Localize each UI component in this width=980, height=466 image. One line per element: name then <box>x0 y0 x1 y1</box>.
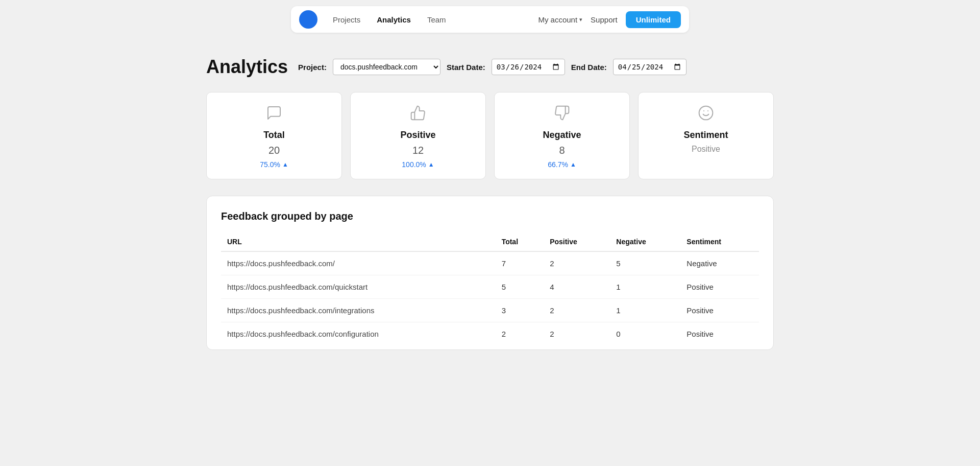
up-arrow-icon: ▲ <box>282 161 288 168</box>
nav-team[interactable]: Team <box>420 12 453 27</box>
table-cell-url: https://docs.pushfeedback.com/ <box>221 251 496 275</box>
negative-value: 8 <box>559 145 565 156</box>
thumbs-up-icon <box>410 105 426 124</box>
nav-right: My account ▾ Support Unlimited <box>538 11 681 28</box>
sentiment-value: Positive <box>692 145 720 154</box>
table-cell-positive: 2 <box>544 251 610 275</box>
table-cell-url: https://docs.pushfeedback.com/configurat… <box>221 322 496 346</box>
table-row: https://docs.pushfeedback.com/configurat… <box>221 322 759 346</box>
positive-change: 100.0% ▲ <box>402 160 434 169</box>
stat-card-sentiment: Sentiment Positive <box>638 92 774 179</box>
total-value: 20 <box>268 145 280 156</box>
table-header-row: URL Total Positive Negative Sentiment <box>221 232 759 251</box>
analytics-header: Analytics Project: docs.pushfeedback.com… <box>206 56 774 78</box>
feedback-table: URL Total Positive Negative Sentiment ht… <box>221 232 759 345</box>
main-content: Analytics Project: docs.pushfeedback.com… <box>194 56 786 350</box>
feedback-table-title: Feedback grouped by page <box>221 211 759 222</box>
table-cell-url: https://docs.pushfeedback.com/integratio… <box>221 299 496 322</box>
unlimited-button[interactable]: Unlimited <box>626 11 681 28</box>
table-cell-total: 3 <box>496 299 544 322</box>
stat-card-positive: Positive 12 100.0% ▲ <box>350 92 486 179</box>
table-cell-sentiment: Positive <box>680 299 759 322</box>
nav-analytics[interactable]: Analytics <box>370 12 418 27</box>
nav-container: Projects Analytics Team My account ▾ Sup… <box>291 6 689 33</box>
end-date-label: End Date: <box>571 63 607 72</box>
start-date-input[interactable] <box>492 59 565 75</box>
col-header-total: Total <box>496 232 544 251</box>
col-header-sentiment: Sentiment <box>680 232 759 251</box>
table-cell-positive: 2 <box>544 299 610 322</box>
negative-label: Negative <box>543 130 581 141</box>
feedback-section: Feedback grouped by page URL Total Posit… <box>206 196 774 350</box>
positive-value: 12 <box>412 145 424 156</box>
nav-projects[interactable]: Projects <box>326 12 368 27</box>
project-label: Project: <box>298 63 327 72</box>
svg-point-0 <box>699 106 713 120</box>
col-header-url: URL <box>221 232 496 251</box>
page-title: Analytics <box>206 56 288 78</box>
support-link[interactable]: Support <box>591 15 618 24</box>
total-change: 75.0% ▲ <box>260 160 288 169</box>
my-account-button[interactable]: My account ▾ <box>538 15 582 24</box>
stat-card-negative: Negative 8 66.7% ▲ <box>494 92 630 179</box>
table-cell-total: 7 <box>496 251 544 275</box>
table-cell-negative: 0 <box>610 322 680 346</box>
up-arrow-icon: ▲ <box>428 161 434 168</box>
table-cell-positive: 2 <box>544 322 610 346</box>
table-cell-url: https://docs.pushfeedback.com/quickstart <box>221 275 496 299</box>
chevron-down-icon: ▾ <box>579 16 582 23</box>
table-row: https://docs.pushfeedback.com/ 7 2 5 Neg… <box>221 251 759 275</box>
stat-card-total: Total 20 75.0% ▲ <box>206 92 342 179</box>
comment-icon <box>266 105 282 124</box>
navbar: Projects Analytics Team My account ▾ Sup… <box>0 0 980 41</box>
table-cell-total: 2 <box>496 322 544 346</box>
table-cell-negative: 1 <box>610 275 680 299</box>
table-row: https://docs.pushfeedback.com/integratio… <box>221 299 759 322</box>
stat-cards: Total 20 75.0% ▲ Positive 12 100.0% ▲ <box>206 92 774 179</box>
negative-change: 66.7% ▲ <box>548 160 576 169</box>
table-cell-sentiment: Positive <box>680 322 759 346</box>
table-cell-positive: 4 <box>544 275 610 299</box>
logo-icon[interactable] <box>299 10 317 29</box>
project-select[interactable]: docs.pushfeedback.com <box>333 59 440 75</box>
table-cell-negative: 5 <box>610 251 680 275</box>
end-date-input[interactable] <box>613 59 687 75</box>
start-date-label: Start Date: <box>447 63 485 72</box>
smile-icon <box>698 105 714 124</box>
table-cell-sentiment: Positive <box>680 275 759 299</box>
table-cell-sentiment: Negative <box>680 251 759 275</box>
col-header-positive: Positive <box>544 232 610 251</box>
table-cell-total: 5 <box>496 275 544 299</box>
col-header-negative: Negative <box>610 232 680 251</box>
table-row: https://docs.pushfeedback.com/quickstart… <box>221 275 759 299</box>
total-label: Total <box>263 130 285 141</box>
up-arrow-icon: ▲ <box>570 161 576 168</box>
sentiment-label: Sentiment <box>683 130 728 141</box>
positive-label: Positive <box>400 130 435 141</box>
thumbs-down-icon <box>554 105 570 124</box>
table-cell-negative: 1 <box>610 299 680 322</box>
filter-row: Project: docs.pushfeedback.com Start Dat… <box>298 59 687 75</box>
nav-links: Projects Analytics Team <box>326 12 453 27</box>
